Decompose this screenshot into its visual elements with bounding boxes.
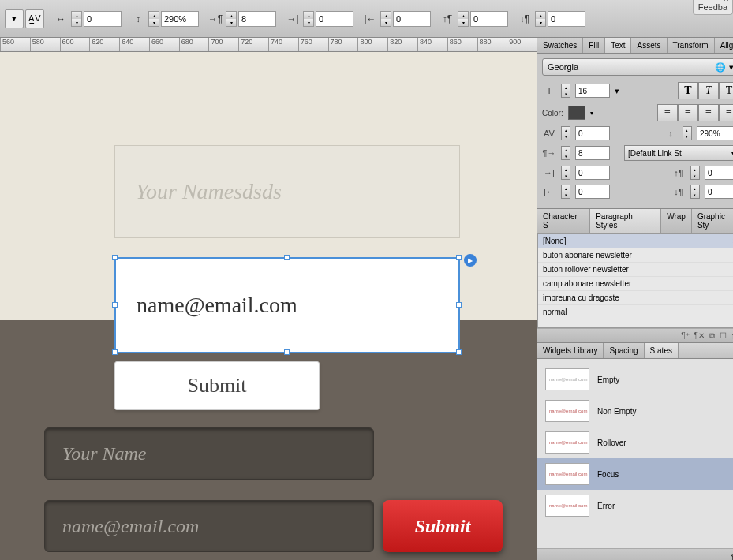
left-indent-field[interactable]: 0 bbox=[575, 166, 610, 180]
email-input-selected[interactable]: name@email.com bbox=[114, 257, 460, 353]
paragraph-styles-panel: Character SParagraph StylesWrapGraphic S… bbox=[537, 209, 733, 343]
text-style-dropdown[interactable]: ▾ bbox=[5, 9, 24, 28]
paragraph-style-item[interactable]: [None]✖ bbox=[538, 234, 733, 248]
tracking-field-panel[interactable]: 0 bbox=[575, 126, 610, 140]
ruler-mark: 700 bbox=[208, 38, 238, 51]
ruler-mark: 720 bbox=[238, 38, 268, 51]
ruler-mark: 880 bbox=[477, 38, 507, 51]
leading-spinner[interactable]: ▴▾ bbox=[148, 11, 159, 27]
paragraph-style-item[interactable]: buton abonare newsletter bbox=[538, 248, 733, 263]
tab-states[interactable]: States bbox=[645, 343, 679, 358]
ruler-mark: 860 bbox=[447, 38, 477, 51]
state-row-empty[interactable]: name@email.comEmpty bbox=[537, 364, 733, 395]
right-indent-field[interactable]: 0 bbox=[575, 185, 610, 199]
font-family-dropdown[interactable]: Georgia 🌐▾ bbox=[542, 58, 733, 76]
font-size-field[interactable]: 16 bbox=[575, 84, 610, 98]
kerning-icon[interactable]: A̲V bbox=[25, 9, 44, 28]
unlink-icon[interactable]: ¶⁺ bbox=[681, 331, 689, 340]
indent1-field[interactable]: 8 bbox=[238, 11, 276, 27]
dark-name-input[interactable]: Your Name bbox=[44, 427, 374, 480]
align-left-button[interactable]: ≡ bbox=[657, 104, 678, 121]
left-indent-spinner[interactable]: ▴▾ bbox=[561, 166, 570, 180]
panels-column: ◂◂ SwatchesFillTextAssetsTransformAlign … bbox=[537, 38, 733, 560]
font-size-spinner[interactable]: ▴▾ bbox=[561, 84, 570, 98]
tab-wrap[interactable]: Wrap bbox=[661, 209, 692, 233]
ruler-mark: 800 bbox=[357, 38, 387, 51]
dark-email-input[interactable]: name@email.com bbox=[44, 500, 374, 552]
space-after-field[interactable]: 0 bbox=[548, 11, 585, 27]
canvas[interactable]: 5605806006206406606807007207407607808008… bbox=[0, 38, 537, 560]
leading-field[interactable]: 290% bbox=[161, 11, 199, 27]
space-before-spinner-panel[interactable]: ▴▾ bbox=[690, 166, 700, 180]
play-indicator-icon[interactable]: ▶ bbox=[464, 254, 477, 267]
paragraph-style-item[interactable]: impreuna cu dragoste bbox=[538, 291, 733, 305]
tab-assets[interactable]: Assets bbox=[631, 38, 667, 53]
tab-paragraph-styles[interactable]: Paragraph Styles bbox=[590, 209, 661, 233]
paragraph-style-item[interactable]: buton rollover newsletter bbox=[538, 263, 733, 277]
state-row-rollover[interactable]: name@email.comRollover bbox=[537, 427, 733, 458]
space-before-field[interactable]: 0 bbox=[470, 11, 508, 27]
para-indent-field[interactable]: 8 bbox=[575, 146, 610, 160]
paragraph-style-item[interactable]: normal bbox=[538, 305, 733, 319]
text-panel: ◂◂ SwatchesFillTextAssetsTransformAlign … bbox=[537, 38, 733, 209]
state-row-error[interactable]: name@email.comError bbox=[537, 490, 733, 521]
tab-swatches[interactable]: Swatches bbox=[537, 38, 583, 53]
clear-override-icon[interactable]: ¶✕ bbox=[694, 331, 705, 340]
dark-submit-button[interactable]: Submit bbox=[383, 500, 503, 552]
link-icon[interactable]: ⧉ bbox=[709, 331, 715, 341]
space-before-icon: ↑¶ bbox=[671, 166, 686, 180]
indent2-field[interactable]: 0 bbox=[316, 11, 353, 27]
right-indent-spinner[interactable]: ▴▾ bbox=[561, 185, 570, 199]
indent3-spinner[interactable]: ▴▾ bbox=[380, 11, 391, 27]
name-input-preview[interactable]: Your Namesdsds bbox=[114, 145, 460, 238]
indent1-spinner[interactable]: ▴▾ bbox=[226, 11, 237, 27]
align-right-button[interactable]: ≡ bbox=[698, 104, 719, 121]
leading-icon: ↕ bbox=[129, 11, 147, 27]
state-thumbnail: name@email.com bbox=[545, 463, 589, 485]
tab-transform[interactable]: Transform bbox=[668, 38, 715, 53]
space-after-field-panel[interactable]: 0 bbox=[705, 185, 733, 199]
tracking-field[interactable]: 0 bbox=[84, 11, 122, 27]
tab-widgets-library[interactable]: Widgets Library bbox=[537, 343, 604, 358]
ruler-mark: 840 bbox=[417, 38, 447, 51]
tab-fill[interactable]: Fill bbox=[583, 38, 605, 53]
state-label: Non Empty bbox=[597, 407, 636, 416]
tab-align[interactable]: Align bbox=[715, 38, 733, 53]
color-label: Color: bbox=[542, 109, 563, 118]
submit-button-light[interactable]: Submit bbox=[114, 361, 320, 410]
align-center-button[interactable]: ≡ bbox=[678, 104, 698, 121]
tab-character-s[interactable]: Character S bbox=[537, 209, 590, 233]
para-indent-spinner[interactable]: ▴▾ bbox=[561, 146, 570, 160]
underline-button[interactable]: T bbox=[719, 82, 733, 99]
tab-text[interactable]: Text bbox=[605, 38, 631, 53]
new-style-icon[interactable]: ☐ bbox=[720, 331, 727, 340]
space-before-field-panel[interactable]: 0 bbox=[705, 166, 733, 180]
first-line-indent-icon: →¶ bbox=[207, 11, 224, 27]
horizontal-ruler: 5605806006206406606807007207407607808008… bbox=[0, 38, 537, 52]
tracking-spinner-panel[interactable]: ▴▾ bbox=[561, 126, 570, 140]
space-after-spinner[interactable]: ▴▾ bbox=[535, 11, 546, 27]
text-color-swatch[interactable] bbox=[568, 106, 585, 120]
state-row-focus[interactable]: name@email.comFocus bbox=[537, 458, 733, 490]
state-thumbnail: name@email.com bbox=[545, 368, 589, 390]
indent3-field[interactable]: 0 bbox=[393, 11, 431, 27]
ruler-mark: 580 bbox=[30, 38, 60, 51]
space-after-spinner-panel[interactable]: ▴▾ bbox=[690, 185, 700, 199]
leading-spinner-panel[interactable]: ▴▾ bbox=[683, 126, 692, 140]
state-row-non-empty[interactable]: name@email.comNon Empty bbox=[537, 395, 733, 427]
tab-graphic-sty[interactable]: Graphic Sty bbox=[692, 209, 733, 233]
tab-spacing[interactable]: Spacing bbox=[604, 343, 644, 358]
leading-field-panel[interactable]: 290% bbox=[697, 126, 733, 140]
italic-button[interactable]: T bbox=[698, 82, 719, 99]
link-style-dropdown[interactable]: [Default Link St▾ bbox=[624, 145, 733, 161]
tracking-spinner[interactable]: ▴▾ bbox=[71, 11, 82, 27]
state-label: Error bbox=[597, 502, 615, 510]
indent2-spinner[interactable]: ▴▾ bbox=[303, 11, 314, 27]
bold-button[interactable]: T bbox=[678, 82, 698, 99]
tracking-icon: AV bbox=[542, 126, 556, 140]
paragraph-style-item[interactable]: camp abonare newsletter bbox=[538, 277, 733, 291]
right-indent-icon: |← bbox=[542, 185, 556, 199]
space-before-spinner[interactable]: ▴▾ bbox=[458, 11, 469, 27]
align-justify-button[interactable]: ≡ bbox=[719, 104, 733, 121]
ruler-mark: 760 bbox=[298, 38, 328, 51]
